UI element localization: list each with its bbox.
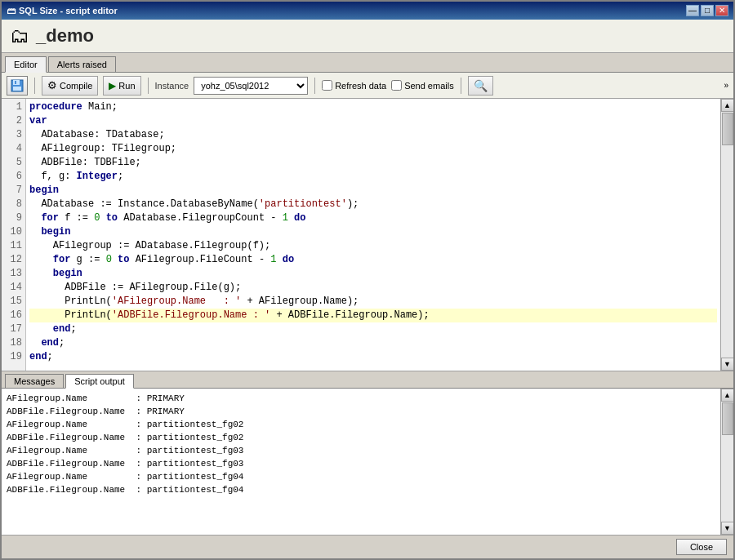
line-number: 4 [2,142,25,156]
separator-2 [148,78,149,94]
separator-4 [461,78,461,94]
play-icon: ▶ [109,80,116,91]
code-line[interactable]: begin [29,267,717,281]
line-number: 3 [2,128,25,142]
output-line: AFilegroup.Name : PRIMARY [7,392,715,405]
code-line[interactable]: f, g: Integer; [29,170,717,184]
refresh-data-input[interactable] [322,80,332,91]
bottom-panel: Messages Script output AFilegroup.Name :… [2,371,733,535]
output-area: AFilegroup.Name : PRIMARYADBFile.Filegro… [2,389,733,535]
output-scrollbar[interactable]: ▲ ▼ [720,389,733,535]
line-number: 12 [2,253,25,267]
output-scroll-track [721,402,734,522]
maximize-button[interactable]: □ [701,5,714,16]
code-line[interactable]: PrintLn('AFilegroup.Name : ' + AFilegrou… [29,295,717,309]
output-scroll-thumb[interactable] [722,402,733,435]
code-line[interactable]: ADBFile := AFilegroup.File(g); [29,281,717,295]
search-button[interactable]: 🔍 [468,76,493,96]
separator-1 [34,78,35,94]
refresh-data-label: Refresh data [335,81,386,91]
code-line[interactable]: procedure Main; [29,100,717,114]
line-number: 2 [2,114,25,128]
app-title: _demo [36,25,94,47]
gear-icon: ⚙ [47,79,57,91]
app-icon: 🗃 [7,6,16,16]
output-line: ADBFile.Filegroup.Name : partitiontest_f… [7,483,715,496]
app-header: 🗂 _demo [2,20,733,53]
output-scroll-down[interactable]: ▼ [721,522,734,535]
main-tab-bar: Editor Alerts raised [2,53,733,73]
close-window-button[interactable]: ✕ [715,5,728,16]
output-line: AFilegroup.Name : partitiontest_fg04 [7,470,715,483]
send-emails-input[interactable] [391,80,402,91]
refresh-data-checkbox[interactable]: Refresh data [322,80,386,91]
tab-editor[interactable]: Editor [5,56,47,73]
save-icon [11,79,24,92]
line-number: 13 [2,267,25,281]
code-line[interactable]: var [29,114,717,128]
scroll-track [721,112,734,358]
instance-label: Instance [155,81,189,91]
output-line: ADBFile.Filegroup.Name : partitiontest_f… [7,431,715,444]
compile-label: Compile [60,81,92,91]
app-db-icon: 🗂 [10,24,29,47]
svg-rect-3 [15,81,16,84]
code-line[interactable]: for g := 0 to AFilegroup.FileCount - 1 d… [29,253,717,267]
instance-select[interactable]: yohz_05\sql2012 [194,77,308,95]
line-number: 14 [2,281,25,295]
scroll-down-button[interactable]: ▼ [721,358,734,371]
tab-script-output[interactable]: Script output [65,374,134,389]
search-icon: 🔍 [474,79,488,92]
window-title: SQL Size - script editor [19,6,118,16]
code-line[interactable]: ADBFile: TDBFile; [29,156,717,170]
send-emails-checkbox[interactable]: Send emails [391,80,454,91]
line-number: 7 [2,184,25,198]
footer: Close [2,535,733,558]
code-line[interactable]: ADatabase: TDatabase; [29,128,717,142]
title-bar-controls: — □ ✕ [686,5,728,16]
line-number: 15 [2,295,25,309]
run-button[interactable]: ▶ Run [103,76,140,96]
code-line[interactable]: AFilegroup: TFilegroup; [29,142,717,156]
line-number: 6 [2,170,25,184]
line-numbers: 12345678910111213141516171819 [2,99,26,371]
output-content: AFilegroup.Name : PRIMARYADBFile.Filegro… [2,389,720,535]
send-emails-label: Send emails [404,81,454,91]
code-line[interactable]: begin [29,184,717,198]
line-number: 19 [2,350,25,364]
toolbar-more[interactable]: » [724,81,728,90]
output-line: AFilegroup.Name : partitiontest_fg02 [7,418,715,431]
line-number: 17 [2,322,25,336]
code-content[interactable]: procedure Main;var ADatabase: TDatabase;… [26,99,720,371]
close-button[interactable]: Close [676,539,727,555]
code-line[interactable]: begin [29,225,717,239]
compile-button[interactable]: ⚙ Compile [42,76,98,96]
toolbar: ⚙ Compile ▶ Run Instance yohz_05\sql2012… [2,73,733,99]
code-line[interactable]: AFilegroup := ADatabase.Filegroup(f); [29,239,717,253]
title-bar-left: 🗃 SQL Size - script editor [7,6,118,16]
code-line[interactable]: end; [29,350,717,364]
code-line[interactable]: end; [29,322,717,336]
bottom-tab-bar: Messages Script output [2,371,733,389]
scroll-thumb[interactable] [722,113,733,145]
line-number: 18 [2,336,25,350]
line-number: 5 [2,156,25,170]
code-line[interactable]: ADatabase := Instance.DatabaseByName('pa… [29,198,717,211]
title-bar: 🗃 SQL Size - script editor — □ ✕ [2,2,733,20]
code-line[interactable]: for f := 0 to ADatabase.FilegroupCount -… [29,211,717,225]
output-line: ADBFile.Filegroup.Name : PRIMARY [7,405,715,418]
code-line[interactable]: PrintLn('ADBFile.Filegroup.Name : ' + AD… [29,309,717,322]
output-scroll-up[interactable]: ▲ [721,389,734,402]
tab-messages[interactable]: Messages [5,374,64,388]
editor-scrollbar[interactable]: ▲ ▼ [720,99,733,371]
line-number: 11 [2,239,25,253]
output-line: AFilegroup.Name : partitiontest_fg03 [7,444,715,457]
code-line[interactable]: end; [29,336,717,350]
line-number: 16 [2,309,25,322]
save-button[interactable] [7,76,28,96]
editor-area: 12345678910111213141516171819 procedure … [2,99,733,371]
line-number: 9 [2,211,25,225]
scroll-up-button[interactable]: ▲ [721,99,734,112]
minimize-button[interactable]: — [686,5,699,16]
tab-alerts[interactable]: Alerts raised [48,56,116,72]
